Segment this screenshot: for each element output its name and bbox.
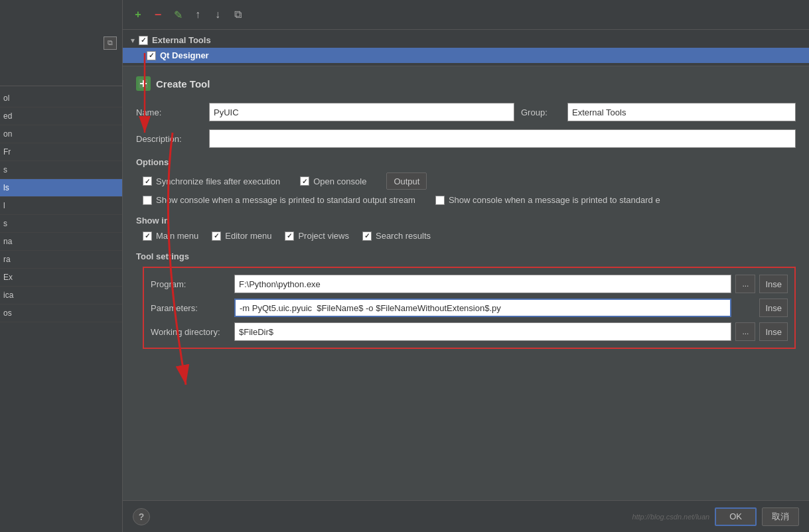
cancel-button[interactable]: 取消 xyxy=(762,507,799,526)
working-dir-input[interactable] xyxy=(234,322,731,341)
sidebar-item-fr[interactable]: Fr xyxy=(0,143,122,161)
show-console2-label: Show console when a message is printed t… xyxy=(449,195,660,205)
remove-button[interactable]: − xyxy=(149,6,167,23)
working-dir-insert-button[interactable]: Inse xyxy=(759,322,788,341)
sync-files-option: Synchronize files after execution xyxy=(143,176,280,186)
qt-designer-checkbox[interactable] xyxy=(147,51,156,60)
qt-designer-label: Qt Designer xyxy=(160,50,209,60)
external-tools-checkbox[interactable] xyxy=(139,36,148,45)
group-input[interactable] xyxy=(567,103,796,121)
sidebar-item-ra[interactable]: ra xyxy=(0,251,122,269)
sidebar-item-ex[interactable]: Ex xyxy=(0,269,122,287)
move-down-button[interactable]: ↓ xyxy=(209,6,226,23)
options-row-2: Show console when a message is printed t… xyxy=(143,195,796,205)
project-views-option: Project views xyxy=(285,231,349,241)
sidebar-item-s[interactable]: s xyxy=(0,161,122,179)
editor-menu-label: Editor menu xyxy=(225,231,271,241)
form-area: Create Tool Name: Group: Description: Op… xyxy=(123,66,809,500)
sidebar-item-os[interactable]: os xyxy=(0,304,122,322)
show-console2-checkbox[interactable] xyxy=(435,196,445,205)
sidebar-item-l[interactable]: l xyxy=(0,197,122,215)
program-input[interactable] xyxy=(234,275,731,293)
name-input[interactable] xyxy=(209,103,514,121)
parameters-label: Parameters: xyxy=(151,303,230,313)
sidebar-item-ol[interactable]: ol xyxy=(0,90,122,107)
add-button[interactable]: + xyxy=(129,6,147,23)
tool-settings-title: Tool settings xyxy=(136,251,796,261)
program-label: Program: xyxy=(151,279,230,289)
main-menu-checkbox[interactable] xyxy=(143,232,152,241)
description-input[interactable] xyxy=(209,129,796,148)
show-console-label: Show console when a message is printed t… xyxy=(156,195,415,205)
open-console-checkbox[interactable] xyxy=(300,176,309,186)
toolbar: + − ✎ ↑ ↓ ⧉ xyxy=(123,0,809,30)
svg-rect-2 xyxy=(143,80,144,87)
sync-files-label: Synchronize files after execution xyxy=(156,176,280,186)
working-dir-dots-button[interactable]: ... xyxy=(735,322,755,341)
project-views-checkbox[interactable] xyxy=(285,232,294,241)
show-console-checkbox[interactable] xyxy=(143,196,152,205)
editor-menu-checkbox[interactable] xyxy=(212,232,221,241)
options-title: Options xyxy=(136,157,796,167)
search-results-label: Search results xyxy=(376,231,431,241)
bottom-bar: ? http://blog.csdn.net/luan OK 取消 xyxy=(123,500,809,532)
sidebar-item-s2[interactable]: s xyxy=(0,215,122,233)
open-console-option: Open console xyxy=(300,176,366,186)
edit-button[interactable]: ✎ xyxy=(169,6,186,23)
project-views-label: Project views xyxy=(298,231,349,241)
search-results-option: Search results xyxy=(362,231,431,241)
tool-settings-grid: Program: ... Inse Parameters: Inse Worki… xyxy=(143,267,796,349)
main-dialog: + − ✎ ↑ ↓ ⧉ ▾ External Tools Qt Designer xyxy=(123,0,809,532)
parameters-input[interactable] xyxy=(234,299,731,317)
description-row: Description: xyxy=(136,129,796,148)
create-tool-icon xyxy=(136,76,151,91)
create-tool-title: Create Tool xyxy=(156,78,210,90)
group-label: Group: xyxy=(521,107,561,117)
help-button[interactable]: ? xyxy=(133,508,150,525)
main-menu-label: Main menu xyxy=(156,231,198,241)
show-in-title: Show in xyxy=(136,216,796,226)
copy-icon[interactable]: ⧉ xyxy=(104,36,117,50)
create-tool-header: Create Tool xyxy=(136,76,796,91)
sidebar-item-ica[interactable]: ica xyxy=(0,287,122,304)
open-console-label: Open console xyxy=(313,176,366,186)
output-button[interactable]: Output xyxy=(386,172,427,190)
move-up-button[interactable]: ↑ xyxy=(189,6,206,23)
sidebar-item-ls[interactable]: ls xyxy=(0,179,122,197)
parameters-insert-button[interactable]: Inse xyxy=(759,299,788,317)
tree-arrow: ▾ xyxy=(131,36,135,45)
show-console-option: Show console when a message is printed t… xyxy=(143,195,415,205)
main-menu-option: Main menu xyxy=(143,231,198,241)
show-console2-option: Show console when a message is printed t… xyxy=(435,195,660,205)
sidebar: ⧉ ol ed on Fr s ls l s na ra Ex ica os xyxy=(0,0,123,532)
tree-area: ▾ External Tools Qt Designer xyxy=(123,30,809,66)
sidebar-item-ed[interactable]: ed xyxy=(0,107,122,125)
show-in-row: Main menu Editor menu Project views Sear… xyxy=(143,231,796,241)
search-results-checkbox[interactable] xyxy=(362,232,372,241)
name-row: Name: Group: xyxy=(136,103,796,121)
bottom-right: http://blog.csdn.net/luan OK 取消 xyxy=(632,507,799,526)
sidebar-items: ol ed on Fr s ls l s na ra Ex ica os xyxy=(0,86,122,326)
sidebar-item-na[interactable]: na xyxy=(0,233,122,251)
watermark: http://blog.csdn.net/luan xyxy=(632,513,709,521)
name-label: Name: xyxy=(136,107,202,117)
options-grid: Synchronize files after execution Open c… xyxy=(143,172,796,205)
ok-button[interactable]: OK xyxy=(715,507,757,526)
sidebar-top: ⧉ xyxy=(0,0,122,86)
sync-files-checkbox[interactable] xyxy=(143,176,152,186)
copy-button[interactable]: ⧉ xyxy=(229,6,246,23)
options-row-1: Synchronize files after execution Open c… xyxy=(143,172,796,190)
description-label: Description: xyxy=(136,134,202,144)
editor-menu-option: Editor menu xyxy=(212,231,271,241)
working-dir-label: Working directory: xyxy=(151,327,230,337)
sidebar-item-on[interactable]: on xyxy=(0,125,122,143)
external-tools-label: External Tools xyxy=(152,35,211,45)
tree-item-qt-designer[interactable]: Qt Designer xyxy=(123,48,809,63)
program-dots-button[interactable]: ... xyxy=(735,275,755,293)
program-insert-button[interactable]: Inse xyxy=(759,275,788,293)
tree-item-external-tools[interactable]: ▾ External Tools xyxy=(123,33,809,48)
